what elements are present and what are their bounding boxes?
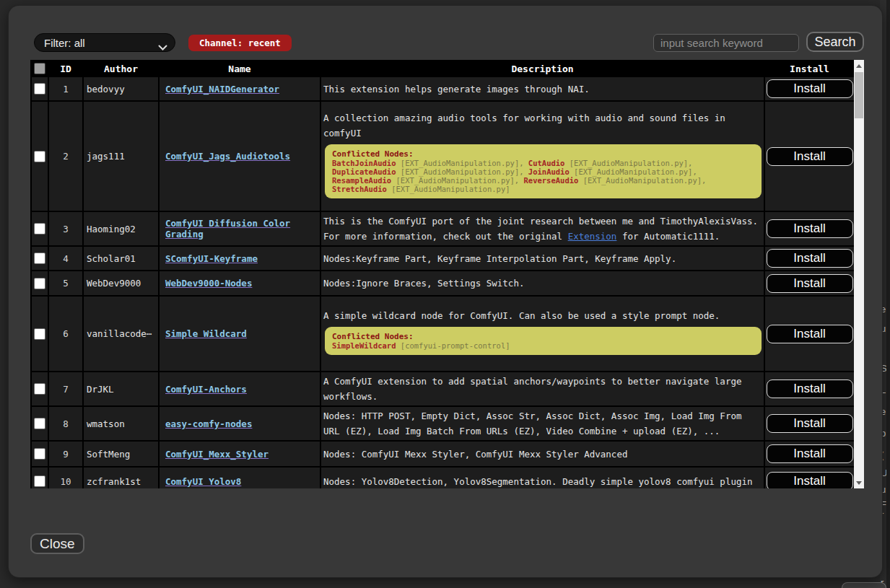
cell-name: ComfyUI Yolov8 (159, 467, 320, 488)
row-checkbox[interactable] (34, 223, 45, 234)
extension-name-link[interactable]: ComfyUI Diffusion Color Grading (165, 218, 290, 240)
row-checkbox[interactable] (34, 475, 45, 487)
table-row: 4Scholar01SComfyUI-KeyframeNodes:Keyfram… (31, 246, 854, 271)
cell-author: zcfrank1st (83, 467, 159, 488)
cell-install: Install (764, 246, 854, 271)
cell-checkbox (31, 246, 48, 271)
row-checkbox[interactable] (34, 418, 45, 429)
scroll-down-arrow-icon[interactable] (854, 477, 864, 488)
row-checkbox[interactable] (34, 383, 45, 395)
cell-description: A ComfyUI extension to add spatial ancho… (320, 372, 764, 406)
table-row: 2jags111ComfyUI_Jags_AudiotoolsA collect… (31, 101, 854, 211)
install-button[interactable]: Install (767, 79, 853, 98)
extension-name-link[interactable]: Simple Wildcard (165, 328, 247, 339)
cell-name: ComfyUI_Jags_Audiotools (159, 101, 320, 211)
conflicted-nodes-title: Conflicted Nodes: (332, 149, 754, 159)
cell-id: 7 (48, 372, 83, 406)
cell-checkbox (31, 372, 48, 406)
table-row: 7DrJKLComfyUI-AnchorsA ComfyUI extension… (31, 372, 854, 406)
cell-id: 6 (48, 296, 83, 372)
cell-checkbox (31, 101, 48, 211)
cell-author: vanillacode⋯ (83, 296, 159, 372)
cell-checkbox (31, 76, 48, 101)
install-button[interactable]: Install (767, 147, 853, 166)
cell-description: Nodes: Yolov8Detection, Yolov8Segmentati… (320, 467, 764, 488)
column-header-id: ID (48, 61, 83, 76)
page-scrollbar[interactable] (886, 0, 890, 588)
cell-install: Install (764, 467, 854, 488)
table-row: 8wmatsoneasy-comfy-nodesNodes: HTTP POST… (31, 406, 854, 441)
cell-description: This is the ComfyUI port of the joint re… (320, 211, 764, 246)
cell-checkbox (31, 441, 48, 467)
table-row: 6vanillacode⋯Simple WildcardA simple wil… (31, 296, 854, 372)
cell-description: A simple wildcard node for ComfyUI. Can … (320, 296, 764, 372)
row-checkbox[interactable] (34, 151, 45, 162)
conflicted-nodes-title: Conflicted Nodes: (332, 332, 754, 341)
table-scrollbar[interactable] (854, 60, 864, 488)
cell-author: wmatson (83, 406, 159, 441)
background-button-sliver (842, 582, 886, 588)
select-all-checkbox[interactable] (34, 63, 45, 74)
conflicted-nodes-box: Conflicted Nodes:BatchJoinAudio [EXT_Aud… (325, 144, 762, 198)
cell-id: 1 (48, 76, 83, 101)
cell-description: Nodes:Keyframe Part, Keyframe Interpolat… (320, 246, 764, 271)
table-row: 10zcfrank1stComfyUI Yolov8Nodes: Yolov8D… (31, 467, 854, 488)
filter-select[interactable]: Filter: all (34, 33, 175, 52)
extension-name-link[interactable]: ComfyUI_Jags_Audiotools (165, 151, 290, 162)
cell-description: A collection amazing audio tools for wor… (320, 101, 764, 211)
row-checkbox[interactable] (34, 83, 45, 95)
install-button[interactable]: Install (767, 274, 853, 293)
column-header-author: Author (83, 61, 159, 76)
extension-name-link[interactable]: easy-comfy-nodes (165, 418, 252, 429)
column-header-name: Name (159, 61, 320, 76)
row-checkbox[interactable] (34, 253, 45, 264)
row-checkbox[interactable] (34, 278, 45, 289)
cell-name: ComfyUI Diffusion Color Grading (159, 211, 320, 246)
search-input[interactable] (653, 34, 799, 52)
close-button[interactable]: Close (30, 533, 84, 554)
scrollbar-thumb[interactable] (855, 72, 863, 118)
cell-author: WebDev9000 (83, 271, 159, 296)
cell-description: This extension helps generate images thr… (320, 76, 764, 101)
cell-checkbox (31, 467, 48, 488)
nodes-table: ID Author Name Description Install 1bedo… (30, 60, 854, 488)
cell-description: Nodes: ComfyUI Mexx Styler, ComfyUI Mexx… (320, 441, 764, 467)
cell-name: ComfyUI-Anchors (159, 372, 320, 406)
install-custom-nodes-dialog: Filter: all Channel: recent Search ID Au… (9, 6, 882, 577)
cell-install: Install (764, 441, 854, 467)
cell-name: Simple Wildcard (159, 296, 320, 372)
extension-name-link[interactable]: SComfyUI-Keyframe (165, 253, 258, 264)
row-checkbox[interactable] (34, 448, 45, 460)
cell-id: 2 (48, 101, 83, 211)
cell-install: Install (764, 76, 854, 101)
extension-name-link[interactable]: WebDev9000-Nodes (165, 278, 252, 289)
inline-link[interactable]: Extension (568, 231, 617, 242)
column-header-description: Description (320, 61, 764, 76)
install-button[interactable]: Install (767, 249, 853, 268)
install-button[interactable]: Install (767, 379, 853, 398)
install-button[interactable]: Install (767, 472, 853, 488)
column-header-install: Install (764, 61, 854, 76)
row-checkbox[interactable] (34, 328, 45, 340)
install-button[interactable]: Install (767, 444, 853, 463)
install-button[interactable]: Install (767, 219, 853, 238)
extension-name-link[interactable]: ComfyUI_Mexx_Styler (165, 449, 269, 460)
search-button[interactable]: Search (806, 32, 864, 52)
cell-author: SoftMeng (83, 441, 159, 467)
extension-name-link[interactable]: ComfyUI_NAIDGenerator (165, 84, 279, 95)
extension-name-link[interactable]: ComfyUI-Anchors (165, 384, 247, 395)
cell-name: ComfyUI_NAIDGenerator (159, 76, 320, 101)
install-button[interactable]: Install (767, 325, 853, 343)
table-row: 9SoftMengComfyUI_Mexx_StylerNodes: Comfy… (31, 441, 854, 467)
channel-button[interactable]: Channel: recent (188, 35, 292, 51)
table-row: 5WebDev9000WebDev9000-NodesNodes:Ignore … (31, 271, 854, 296)
extension-name-link[interactable]: ComfyUI Yolov8 (165, 476, 241, 487)
column-header-checkbox (31, 61, 48, 76)
scroll-up-arrow-icon[interactable] (854, 60, 864, 71)
table-header-row: ID Author Name Description Install (31, 61, 854, 76)
install-button[interactable]: Install (767, 414, 853, 433)
cell-checkbox (31, 296, 48, 372)
cell-author: Haoming02 (83, 211, 159, 246)
nodes-table-wrap: ID Author Name Description Install 1bedo… (30, 60, 854, 488)
cell-install: Install (764, 101, 854, 211)
